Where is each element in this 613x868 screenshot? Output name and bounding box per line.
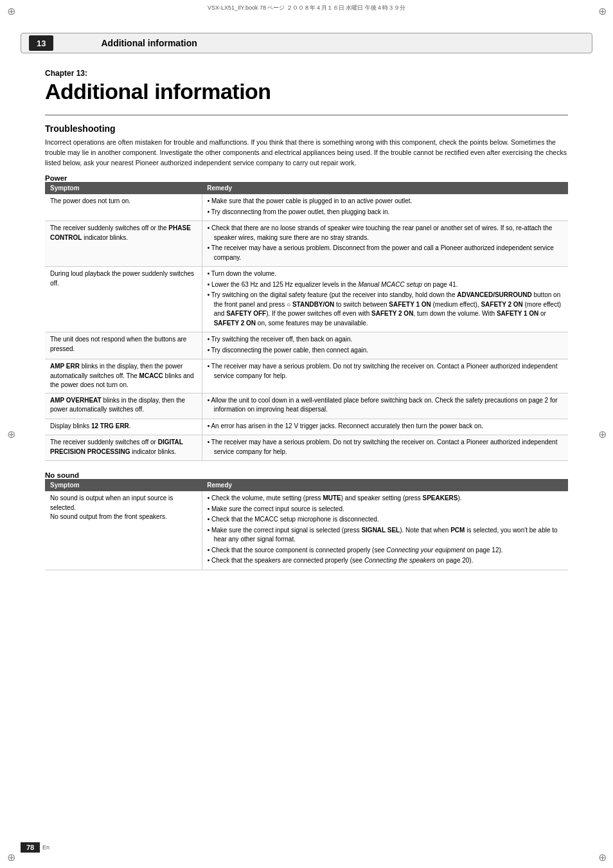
symptom-cell: No sound is output when an input source …	[45, 491, 202, 570]
no-sound-col-remedy: Remedy	[202, 479, 568, 491]
no-sound-table: Symptom Remedy No sound is output when a…	[45, 479, 568, 570]
table-row: No sound is output when an input source …	[45, 491, 568, 570]
symptom-cell: Display blinks 12 TRG ERR.	[45, 419, 202, 435]
symptom-cell: AMP OVERHEAT blinks in the display, then…	[45, 393, 202, 419]
corner-mark-bl: ⊕	[5, 851, 17, 863]
remedy-cell: An error has arisen in the 12 V trigger …	[202, 419, 568, 435]
corner-mark-mr: ⊕	[596, 428, 608, 440]
table-row: During loud playback the power suddenly …	[45, 267, 568, 332]
remedy-cell: Try switching the receiver off, then bac…	[202, 332, 568, 359]
remedy-cell: Make sure that the power cable is plugge…	[202, 194, 568, 221]
chapter-number-badge: 13	[29, 35, 53, 51]
symptom-cell: The power does not turn on.	[45, 194, 202, 221]
main-divider	[45, 114, 568, 116]
table-row: The receiver suddenly switches off or th…	[45, 221, 568, 267]
troubleshooting-intro: Incorrect operations are often mistaken …	[45, 138, 568, 168]
symptom-cell: The unit does not respond when the butto…	[45, 332, 202, 359]
table-row: The power does not turn on.Make sure tha…	[45, 194, 568, 221]
no-sound-col-symptom: Symptom	[45, 479, 202, 491]
symptom-cell: AMP ERR blinks in the display, then the …	[45, 359, 202, 393]
remedy-cell: Turn down the volume.Lower the 63 Hz and…	[202, 267, 568, 332]
corner-mark-br: ⊕	[596, 851, 608, 863]
header-title: Additional information	[101, 38, 197, 48]
remedy-cell: Check that there are no loose strands of…	[202, 221, 568, 267]
page-footer: 78 En	[21, 842, 592, 853]
chapter-label: Chapter 13:	[45, 69, 568, 78]
remedy-cell: The receiver may have a serious problem.…	[202, 359, 568, 393]
table-row: AMP ERR blinks in the display, then the …	[45, 359, 568, 393]
power-table: Symptom Remedy The power does not turn o…	[45, 182, 568, 461]
corner-mark-tr: ⊕	[596, 5, 608, 17]
table-row: The receiver suddenly switches off or DI…	[45, 435, 568, 461]
no-sound-heading: No sound	[45, 471, 568, 479]
chapter-main-title: Additional information	[45, 79, 568, 104]
power-heading: Power	[45, 174, 568, 182]
remedy-cell: Allow the unit to cool down in a well-ve…	[202, 393, 568, 419]
page-number: 78	[21, 842, 40, 853]
symptom-cell: During loud playback the power suddenly …	[45, 267, 202, 332]
symptom-cell: The receiver suddenly switches off or th…	[45, 221, 202, 267]
page-lang: En	[42, 844, 49, 851]
header-bar: 13 Additional information	[21, 33, 592, 53]
power-col-symptom: Symptom	[45, 182, 202, 194]
power-col-remedy: Remedy	[202, 182, 568, 194]
remedy-cell: The receiver may have a serious problem.…	[202, 435, 568, 461]
troubleshooting-heading: Troubleshooting	[45, 123, 568, 134]
chapter-heading-area: Chapter 13: Additional information	[45, 69, 568, 104]
corner-mark-ml: ⊕	[5, 428, 17, 440]
corner-mark-tl: ⊕	[5, 5, 17, 17]
table-row: Display blinks 12 TRG ERR.An error has a…	[45, 419, 568, 435]
remedy-cell: Check the volume, mute setting (press MU…	[202, 491, 568, 570]
meta-line: VSX-LX51_IlY.book 78 ページ ２００８年４月１６日 水曜日 …	[21, 4, 592, 12]
table-row: The unit does not respond when the butto…	[45, 332, 568, 359]
symptom-cell: The receiver suddenly switches off or DI…	[45, 435, 202, 461]
table-row: AMP OVERHEAT blinks in the display, then…	[45, 393, 568, 419]
